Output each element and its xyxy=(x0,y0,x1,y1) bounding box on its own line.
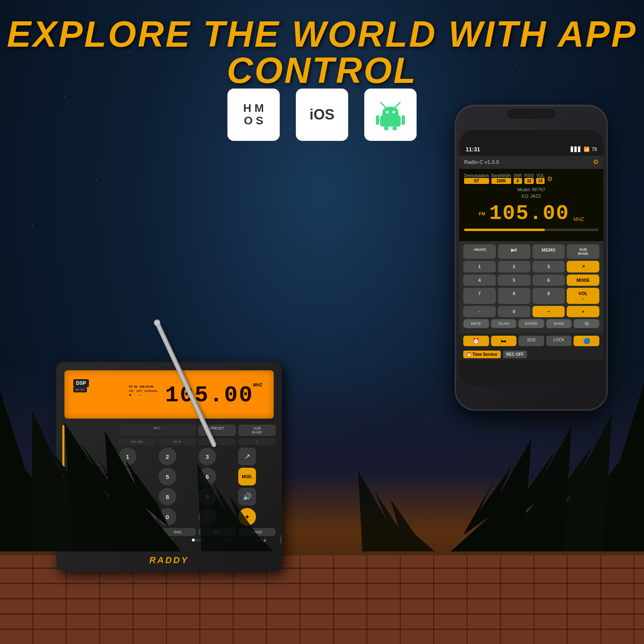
radio-rec-label: REC. xyxy=(119,425,196,436)
memo-btn[interactable]: MEMO xyxy=(533,244,565,259)
phone-screen: 11:31 ▋▋▋ 📶 79 Radio-C v1.0.0 ⚙ xyxy=(459,130,603,385)
speaker-hole xyxy=(81,535,83,537)
mode-btn[interactable]: MODE xyxy=(567,275,599,286)
speaker-hole xyxy=(114,521,116,524)
speaker-hole xyxy=(105,474,108,476)
speaker-hole xyxy=(105,508,108,510)
bandwidth-label: BandWidth xyxy=(491,173,511,178)
speaker-hole xyxy=(114,474,116,476)
header: EXPLORE THE WORLD WITH APP CONTROL xyxy=(0,16,644,89)
speaker-hole xyxy=(105,501,108,504)
demodulation-param: Demodulation ST xyxy=(464,173,489,184)
model-text: Model: RF757 xyxy=(517,187,545,192)
bandwidth-value[interactable]: 100K xyxy=(491,178,511,184)
power-btn[interactable]: ⏻ xyxy=(574,319,599,328)
radio-key-5[interactable]: 5 xyxy=(159,468,176,485)
speaker-hole xyxy=(105,521,108,524)
gear-icon[interactable]: ⚙ xyxy=(593,158,599,166)
scam-btn[interactable]: SCAM xyxy=(491,319,517,328)
key-3[interactable]: 3 xyxy=(533,261,565,272)
radio-screen: DSP RF757 ST 32 100 24:00 FM OFF NORMAL … xyxy=(64,370,274,419)
ios-badge: iOS xyxy=(296,89,348,141)
speaker-hole xyxy=(105,514,108,517)
speaker-hole xyxy=(81,508,83,510)
nav-up-right[interactable]: ↗ xyxy=(567,261,599,272)
radio-sqst-btn[interactable]: SQ.ST xyxy=(119,528,156,536)
demodulation-value[interactable]: ST xyxy=(464,178,489,184)
vol-minus2[interactable]: − xyxy=(533,306,565,317)
app-header: Radio-C v1.0.0 ⚙ xyxy=(459,156,603,169)
speaker-hole xyxy=(72,474,75,476)
radio-row2: C/F SEL. BT./X ↗ xyxy=(119,438,276,445)
back-btn[interactable]: ← xyxy=(463,306,496,317)
radio-vol-btn[interactable]: 🔊 xyxy=(238,488,256,506)
keypad-row-2: 1 2 3 ↗ xyxy=(463,261,599,272)
keypad-row-4: 7 8 9 VOL- xyxy=(463,288,599,304)
music-btn[interactable]: ♪MUSIC xyxy=(463,244,496,259)
radio-key-7[interactable]: 7 xyxy=(119,488,136,506)
radio-key-2[interactable]: 2 xyxy=(159,448,176,465)
svg-rect-18 xyxy=(392,126,397,130)
radio-plus-btn[interactable]: + xyxy=(238,508,256,526)
radio-minus-btn[interactable]: − xyxy=(198,508,216,526)
radio-power-btn[interactable]: ⏻ xyxy=(280,531,282,547)
speaker-hole xyxy=(97,501,100,504)
vol-plus[interactable]: + xyxy=(567,306,599,317)
bluetooth-icon-btn[interactable]: 🔵 xyxy=(574,336,599,346)
lock-btn[interactable]: LOCK xyxy=(546,336,572,346)
sleep-icon-btn[interactable]: 🛏 xyxy=(491,336,517,346)
radio-key-1[interactable]: 1 xyxy=(119,448,136,465)
radio-key-8[interactable]: 8 xyxy=(159,488,176,506)
band-btn[interactable]: BAND xyxy=(546,319,572,328)
radio-en-btn[interactable]: EN. xyxy=(198,528,236,536)
rssi-value[interactable]: 32 xyxy=(524,178,534,184)
speaker-hole xyxy=(89,474,91,476)
enter-btn[interactable]: ENTER xyxy=(518,319,544,328)
radio-mode-btn[interactable]: MOD. xyxy=(238,468,256,485)
key-9[interactable]: 9 xyxy=(533,288,565,304)
speaker-hole xyxy=(97,467,100,469)
rec-off-btn[interactable]: REC OFF xyxy=(503,351,527,358)
speaker-hole xyxy=(81,487,83,490)
radio-key-3[interactable]: 3 xyxy=(198,448,216,465)
status-icons: ▋▋▋ 📶 79 xyxy=(571,147,597,152)
key-1[interactable]: 1 xyxy=(463,261,496,272)
svg-rect-17 xyxy=(384,126,388,130)
display-gear-icon[interactable]: ⚙ xyxy=(547,175,553,183)
signal-icon: ▋▋▋ xyxy=(571,147,582,152)
alarm-icon-btn[interactable]: ⏰ xyxy=(463,336,489,346)
radio-band-btn2[interactable]: BAND xyxy=(238,528,276,536)
radio-subband-btn[interactable]: SUBBAND xyxy=(238,425,276,436)
speaker-hole xyxy=(105,487,108,490)
key-0[interactable]: 0 xyxy=(498,306,530,317)
radio-key-6[interactable]: 6 xyxy=(198,468,216,485)
key-6[interactable]: 6 xyxy=(533,275,565,286)
time-service-btn[interactable]: ⏰ Time Service xyxy=(463,351,501,358)
key-8[interactable]: 8 xyxy=(498,288,530,304)
play-btn[interactable]: ▶II xyxy=(498,244,530,259)
radio-nav-btn[interactable]: ↗ xyxy=(238,448,256,465)
radio-device: DSP RF757 ST 32 100 24:00 FM OFF NORMAL … xyxy=(24,298,298,572)
key-4[interactable]: 4 xyxy=(463,275,496,286)
speaker-hole xyxy=(114,501,116,504)
speaker-hole xyxy=(97,474,100,476)
radio-key-9[interactable]: 9 xyxy=(198,488,216,506)
vol-minus[interactable]: VOL- xyxy=(567,288,599,304)
key-2[interactable]: 2 xyxy=(498,261,530,272)
radio-key-0[interactable]: 0 xyxy=(159,508,176,526)
mete-btn[interactable]: METE xyxy=(463,319,489,328)
radio-del-btn[interactable]: DEL xyxy=(119,508,156,526)
key-5[interactable]: 5 xyxy=(498,275,530,286)
snr-value[interactable]: 0 xyxy=(514,178,522,184)
subband-btn[interactable]: SUBBAND xyxy=(567,244,599,259)
speaker-hole xyxy=(97,514,100,517)
vol-value[interactable]: 15 xyxy=(536,178,545,184)
radio-bwl-btn[interactable]: ↓BWL xyxy=(159,528,196,536)
fscan-label: ↑SCAN xyxy=(225,539,234,542)
radio-key-4[interactable]: 4 xyxy=(119,468,136,485)
rssi-label: RSSI xyxy=(524,173,534,178)
key-7[interactable]: 7 xyxy=(463,288,496,304)
svg-rect-16 xyxy=(402,116,405,125)
sos-btn[interactable]: SOS xyxy=(518,336,544,346)
speaker-hole xyxy=(97,542,100,544)
